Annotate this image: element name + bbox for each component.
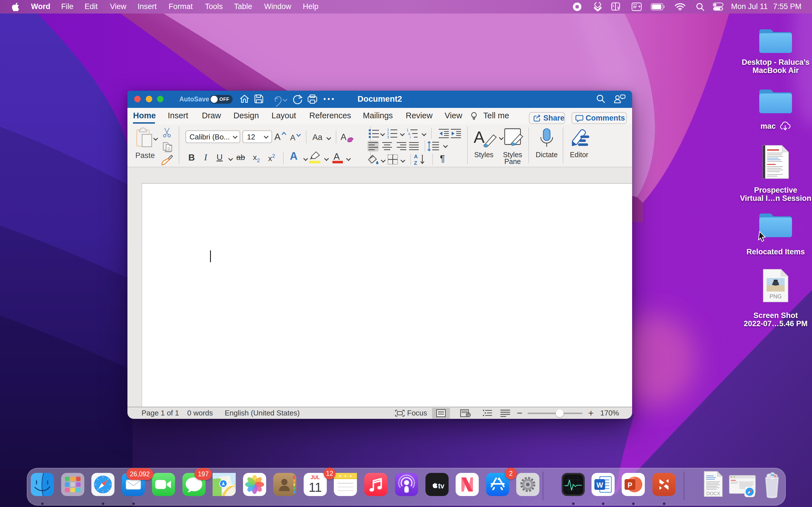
svg-text:DOCX: DOCX [706,491,720,496]
svg-text:11: 11 [308,480,322,495]
svg-text:PNG: PNG [769,293,781,299]
svg-text:2: 2 [387,131,389,135]
svg-text:3: 3 [387,135,389,139]
svg-text:A: A [474,128,485,146]
svg-text:Z: Z [414,160,417,165]
svg-text:P: P [627,481,632,489]
svg-text:W: W [597,481,603,489]
svg-text:1: 1 [407,128,409,132]
svg-text:tv: tv [438,482,444,490]
svg-text:A: A [414,154,418,159]
svg-text:i: i [410,135,411,139]
svg-text:JUL: JUL [310,474,320,480]
svg-text:a: a [408,132,410,136]
